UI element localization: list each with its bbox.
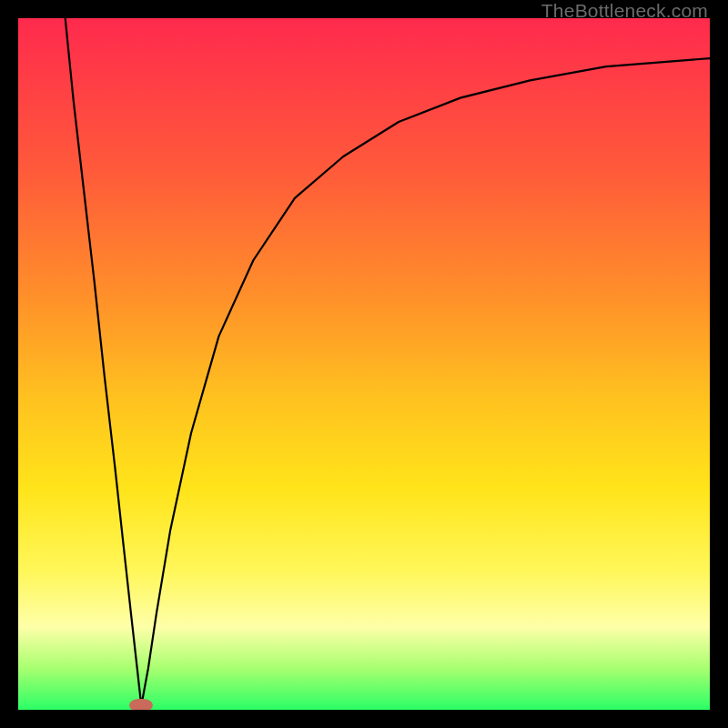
optimal-point-marker bbox=[129, 699, 153, 710]
bottleneck-curve bbox=[18, 18, 710, 710]
plot-area bbox=[18, 18, 710, 710]
watermark-text: TheBottleneck.com bbox=[541, 0, 708, 22]
chart-frame: TheBottleneck.com bbox=[0, 0, 728, 728]
curve-path bbox=[66, 18, 710, 705]
